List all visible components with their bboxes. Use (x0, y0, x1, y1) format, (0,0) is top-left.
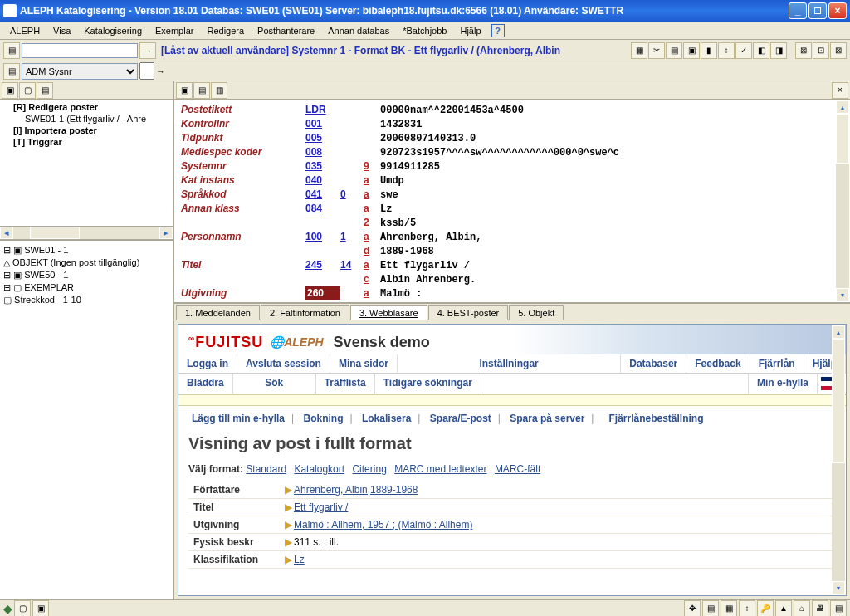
nav-tidigare[interactable]: Tidigare sökningar (375, 374, 481, 394)
fmt-katalogkort[interactable]: Katalogkort (294, 463, 344, 475)
marc-tag[interactable]: 041 (305, 188, 340, 201)
tree-edit-root[interactable]: [R] Redigera poster (2, 101, 171, 113)
marc-tag[interactable]: 035 (305, 159, 340, 173)
marc-row[interactable]: Personnamn1001aAhrenberg, Albin, (181, 230, 843, 244)
act-fjarrlan[interactable]: Fjärrlånebeställning (608, 413, 703, 424)
lb-node-swe50[interactable]: ⊟ ▣ SWE50 - 1 (3, 269, 169, 281)
sb-icon-r4[interactable]: ↕ (739, 600, 755, 617)
act-ehylla[interactable]: Lägg till min e-hylla (192, 413, 285, 424)
vscroll-up-icon[interactable]: ▴ (836, 100, 849, 114)
menu-exemplar[interactable]: Exemplar (149, 24, 200, 37)
marc-tag[interactable]: 005 (305, 131, 340, 144)
marc-value[interactable]: swe (380, 188, 843, 202)
marc-row[interactable]: Mediespec koder008920723s1957^^^^sw^^^^^… (181, 145, 843, 159)
tb-icon-8[interactable]: ◧ (753, 42, 769, 59)
tb-icon-7[interactable]: ✓ (735, 42, 752, 59)
marc-subfield[interactable]: a (364, 230, 380, 243)
marc-tag[interactable]: 008 (305, 145, 340, 159)
lt-icon-1[interactable]: ▣ (2, 82, 18, 99)
menu-batchjobb[interactable]: *Batchjobb (396, 24, 453, 37)
lt-icon-2[interactable]: ▢ (19, 82, 36, 99)
marc-row[interactable]: 2kssb/5 (181, 216, 843, 230)
left-top-hscroll[interactable]: ◂ ▸ (0, 226, 173, 239)
menu-aleph[interactable]: ALEPH (3, 24, 46, 37)
marc-row[interactable]: Tidpunkt00520060807140313.0 (181, 131, 843, 145)
sb-icon-1[interactable]: ▢ (14, 600, 31, 617)
tb-icon-4[interactable]: ▣ (683, 42, 700, 59)
nav-logga-in[interactable]: Logga in (178, 354, 237, 373)
marc-vscroll[interactable]: ▴ ▾ (836, 100, 849, 301)
marc-value[interactable]: 1432831 (380, 118, 843, 131)
marc-row[interactable]: Systemnr03599914911285 (181, 159, 843, 174)
web-vscroll-down[interactable]: ▾ (832, 581, 845, 594)
marc-value[interactable]: 920723s1957^^^^sw^^^^^^^^^^^^000^0^swe^c (380, 146, 843, 159)
tab-bestposter[interactable]: 4. BEST-poster (428, 305, 509, 320)
marc-row[interactable]: cAlbin Ahrenberg. (181, 272, 843, 286)
marc-subfield[interactable]: a (364, 174, 380, 187)
marc-value[interactable]: Ett flygarliv / (380, 259, 843, 272)
adm-input[interactable] (139, 62, 154, 80)
rt-icon-close[interactable]: × (832, 82, 848, 99)
marc-value[interactable]: Umdp (380, 174, 843, 188)
marc-subfield[interactable]: 9 (364, 159, 380, 173)
marc-row[interactable]: Utgivning260aMalmö : (181, 286, 843, 301)
marc-subfield[interactable]: a (364, 188, 380, 201)
sb-icon-r7[interactable]: ⌂ (794, 600, 810, 617)
marc-subfield[interactable]: a (364, 286, 380, 300)
web-vscroll[interactable]: ▴ ▾ (832, 325, 845, 594)
marc-value[interactable]: Albin Ahrenberg. (380, 273, 843, 286)
menu-redigera[interactable]: Redigera (200, 24, 251, 37)
menu-visa[interactable]: Visa (46, 24, 77, 37)
act-lokalisera[interactable]: Lokalisera (362, 413, 411, 424)
nav-mina-sidor[interactable]: Mina sidor (330, 354, 398, 373)
marc-row[interactable]: Språkkod0410aswe (181, 188, 843, 202)
nav-trafflista[interactable]: Träfflista (316, 374, 375, 394)
lb-node-streckkod[interactable]: ▢ Streckkod - 1-10 (3, 294, 169, 306)
tb-icon-1[interactable]: ▦ (631, 42, 647, 59)
maximize-button[interactable] (808, 2, 827, 19)
marc-subfield[interactable]: a (364, 202, 380, 215)
tree-import[interactable]: [I] Importera poster (2, 125, 171, 136)
marc-row[interactable]: Annan klass084aLz (181, 202, 843, 216)
scroll-thumb[interactable] (30, 227, 80, 239)
tb-icon-6[interactable]: ↕ (718, 42, 735, 59)
adm-go-button[interactable]: → (156, 66, 165, 76)
marc-subfield[interactable]: a (364, 258, 380, 271)
fmt-marc-ledtexter[interactable]: MARC med ledtexter (394, 463, 486, 475)
tb-icon-9[interactable]: ◨ (770, 42, 787, 59)
marc-tag[interactable]: 245 (305, 258, 340, 271)
web-vscroll-up[interactable]: ▴ (832, 325, 845, 339)
nav-installningar[interactable]: Inställningar (398, 354, 621, 373)
tb-icon-5[interactable]: ▮ (701, 42, 717, 59)
minimize-button[interactable]: _ (789, 2, 807, 19)
sb-icon-r9[interactable]: ▤ (830, 600, 847, 617)
nav-fjarrlan[interactable]: Fjärrlån (750, 354, 804, 373)
scroll-right-icon[interactable]: ▸ (159, 227, 173, 239)
menu-hjalp[interactable]: Hjälp (453, 24, 487, 37)
lt-icon-3[interactable]: ▤ (37, 82, 53, 99)
nav-ehylla[interactable]: Min e-hylla (749, 374, 818, 394)
tab-webblasare[interactable]: 3. Webbläsare (350, 305, 427, 320)
act-spara[interactable]: Spara/E-post (430, 413, 491, 424)
close-button[interactable]: × (828, 2, 847, 19)
tb-icon-11[interactable]: ⊡ (813, 42, 829, 59)
sb-icon-r8[interactable]: 🖶 (812, 600, 828, 617)
menu-annan-databas[interactable]: Annan databas (321, 24, 396, 37)
tool2-icon[interactable]: ▤ (3, 63, 20, 80)
marc-value[interactable]: 1889-1968 (380, 245, 843, 258)
marc-tag[interactable]: 084 (305, 202, 340, 215)
nav-bladdra[interactable]: Bläddra (178, 374, 233, 394)
marc-value[interactable]: Lz (380, 203, 843, 216)
marc-value[interactable]: Malmö : (380, 287, 843, 301)
marc-subfield[interactable]: c (364, 272, 380, 286)
tb-icon-2[interactable]: ✂ (648, 42, 665, 59)
tree-triggers[interactable]: [T] Triggrar (2, 136, 171, 148)
marc-row[interactable]: Kat instans040aUmdp (181, 174, 843, 188)
marc-indicator[interactable]: 14 (340, 258, 364, 271)
marc-tag[interactable]: 260 (305, 286, 340, 300)
record-link[interactable]: Malmö : Allhem, 1957 ; (Malmö : Allhem) (294, 519, 472, 530)
tab-faltinformation[interactable]: 2. Fältinformation (261, 305, 349, 320)
menu-katalogisering[interactable]: Katalogisering (77, 24, 149, 37)
rt-icon-2[interactable]: ▤ (193, 82, 210, 99)
marc-tag[interactable]: 001 (305, 117, 340, 130)
